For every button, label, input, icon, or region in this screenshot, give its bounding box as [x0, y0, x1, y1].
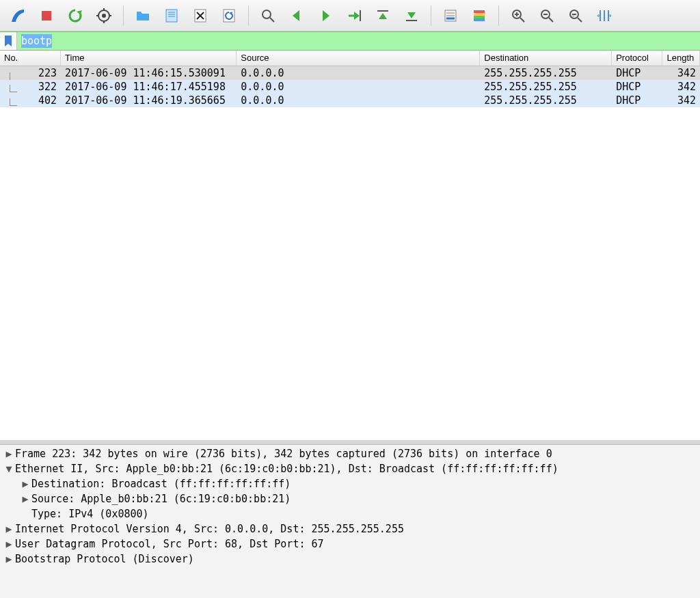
svg-point-2: [102, 14, 106, 18]
detail-row[interactable]: ▼Ethernet II, Src: Apple_b0:bb:21 (6c:19…: [0, 461, 700, 476]
display-filter-bar: bootp: [0, 31, 700, 51]
goto-packet-icon[interactable]: [342, 3, 366, 29]
filter-bookmark-icon[interactable]: [0, 32, 17, 50]
packet-cell: 342: [663, 81, 701, 93]
svg-line-36: [578, 18, 582, 22]
capture-options-icon[interactable]: [92, 3, 116, 29]
resize-columns-icon[interactable]: [592, 3, 617, 29]
goto-first-icon[interactable]: [371, 3, 395, 29]
toolbar-separator: [431, 5, 431, 26]
svg-text:=: =: [571, 12, 575, 18]
packet-cell: 2017-06-09 11:46:17.455198: [61, 81, 237, 93]
packet-cell: 342: [663, 67, 701, 79]
svg-rect-27: [474, 18, 485, 21]
svg-rect-24: [474, 10, 485, 13]
toolbar-separator: [123, 5, 124, 26]
restart-capture-icon[interactable]: [63, 3, 88, 29]
packet-cell: 342: [663, 94, 701, 107]
toolbar-separator: [498, 5, 499, 26]
find-icon[interactable]: [256, 3, 280, 29]
packet-cell: 2017-06-09 11:46:19.365665: [61, 94, 237, 107]
display-filter-input[interactable]: bootp: [17, 32, 700, 50]
column-no[interactable]: No.: [0, 51, 61, 66]
detail-row[interactable]: ▶Frame 223: 342 bytes on wire (2736 bits…: [0, 446, 700, 461]
detail-row[interactable]: ▶User Datagram Protocol, Src Port: 68, D…: [0, 536, 700, 552]
column-source[interactable]: Source: [237, 51, 480, 66]
reload-file-icon[interactable]: [217, 3, 241, 29]
detail-text: Type: IPv4 (0x0800): [31, 506, 149, 521]
tree-collapsed-icon[interactable]: ▶: [4, 552, 14, 567]
column-protocol[interactable]: Protocol: [612, 51, 662, 66]
toolbar-separator: [248, 5, 249, 26]
packet-cell: DHCP: [612, 67, 662, 79]
shark-fin-icon[interactable]: [5, 3, 30, 29]
colorize-icon[interactable]: [467, 3, 492, 29]
detail-text: User Datagram Protocol, Src Port: 68, Ds…: [15, 536, 324, 552]
packet-row[interactable]: 2232017-06-09 11:46:15.5300910.0.0.0255.…: [0, 66, 700, 80]
zoom-in-icon[interactable]: [506, 3, 530, 29]
packet-details-pane[interactable]: ▶Frame 223: 342 bytes on wire (2736 bits…: [0, 444, 700, 598]
packet-cell: 2017-06-09 11:46:15.530091: [61, 67, 237, 79]
svg-rect-0: [42, 11, 51, 21]
open-folder-icon[interactable]: [131, 3, 155, 29]
svg-line-29: [520, 18, 524, 22]
column-destination[interactable]: Destination: [480, 51, 612, 66]
svg-rect-26: [474, 16, 485, 18]
packet-cell: 0.0.0.0: [237, 94, 480, 107]
packet-cell: 255.255.255.255: [480, 67, 612, 79]
packet-cell: 0.0.0.0: [237, 81, 480, 93]
detail-row[interactable]: ▶Destination: Broadcast (ff:ff:ff:ff:ff:…: [0, 476, 700, 491]
tree-collapsed-icon[interactable]: ▶: [21, 491, 30, 506]
go-forward-icon[interactable]: [313, 3, 338, 29]
tree-expanded-icon[interactable]: ▼: [4, 461, 14, 476]
svg-line-33: [549, 18, 553, 22]
zoom-out-icon[interactable]: [535, 3, 559, 29]
packet-cell: 0.0.0.0: [237, 67, 480, 79]
auto-scroll-icon[interactable]: [438, 3, 463, 29]
tree-collapsed-icon[interactable]: ▶: [21, 476, 30, 491]
packet-cell: DHCP: [612, 81, 662, 93]
tree-collapsed-icon[interactable]: ▶: [4, 521, 14, 536]
detail-row[interactable]: ▶Source: Apple_b0:bb:21 (6c:19:c0:b0:bb:…: [0, 491, 700, 506]
close-file-icon[interactable]: [188, 3, 213, 29]
svg-rect-25: [474, 13, 485, 16]
detail-text: Internet Protocol Version 4, Src: 0.0.0.…: [15, 521, 404, 536]
detail-row[interactable]: ▶Bootstrap Protocol (Discover): [0, 552, 700, 567]
packet-list-body[interactable]: 2232017-06-09 11:46:15.5300910.0.0.0255.…: [0, 66, 700, 440]
detail-text: Ethernet II, Src: Apple_b0:bb:21 (6c:19:…: [15, 461, 558, 476]
detail-text: Frame 223: 342 bytes on wire (2736 bits)…: [15, 446, 552, 461]
column-length[interactable]: Length: [662, 51, 700, 66]
packet-row[interactable]: 3222017-06-09 11:46:17.4551980.0.0.0255.…: [0, 80, 700, 94]
main-toolbar: =: [0, 0, 700, 31]
display-filter-text: bootp: [21, 34, 52, 48]
packet-row[interactable]: 4022017-06-09 11:46:19.3656650.0.0.0255.…: [0, 94, 700, 107]
packet-cell: 255.255.255.255: [480, 94, 612, 107]
goto-last-icon[interactable]: [399, 3, 424, 29]
detail-text: Source: Apple_b0:bb:21 (6c:19:c0:b0:bb:2…: [31, 491, 291, 506]
svg-rect-7: [166, 10, 177, 22]
detail-row[interactable]: Type: IPv4 (0x0800): [0, 506, 700, 521]
go-back-icon[interactable]: [284, 3, 309, 29]
packet-list-pane: No. Time Source Destination Protocol Len…: [0, 51, 700, 444]
detail-text: Bootstrap Protocol (Discover): [15, 552, 194, 567]
packet-cell: 255.255.255.255: [480, 81, 612, 93]
tree-collapsed-icon[interactable]: ▶: [4, 536, 14, 552]
column-time[interactable]: Time: [61, 51, 237, 66]
packet-cell: DHCP: [612, 94, 662, 107]
svg-line-16: [270, 18, 274, 22]
stop-capture-icon[interactable]: [34, 3, 59, 29]
detail-row[interactable]: ▶Internet Protocol Version 4, Src: 0.0.0…: [0, 521, 700, 536]
tree-collapsed-icon[interactable]: ▶: [4, 446, 14, 461]
packet-list-header[interactable]: No. Time Source Destination Protocol Len…: [0, 51, 700, 66]
zoom-reset-icon[interactable]: =: [563, 3, 588, 29]
svg-point-15: [262, 10, 271, 18]
save-file-icon[interactable]: [159, 3, 184, 29]
detail-text: Destination: Broadcast (ff:ff:ff:ff:ff:f…: [31, 476, 291, 491]
